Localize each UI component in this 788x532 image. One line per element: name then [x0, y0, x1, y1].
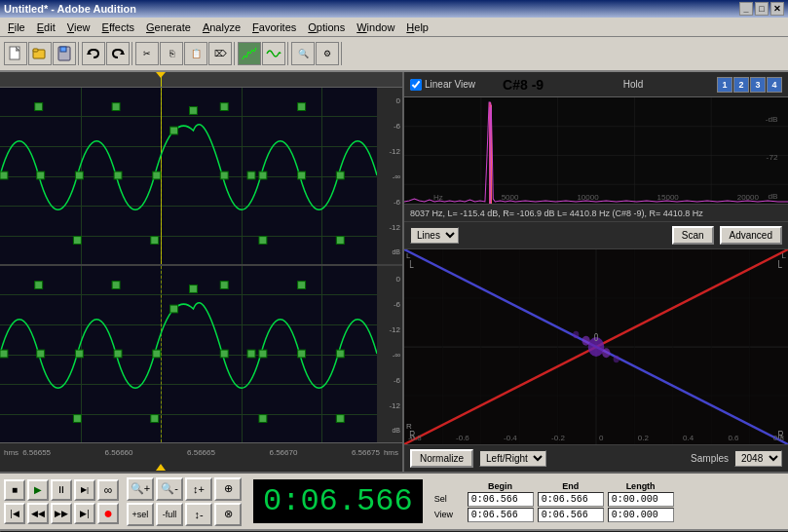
- tb-spectrum[interactable]: [238, 42, 261, 65]
- analyzer-bottom: Normalize Left/Right Mid/Side Samples 20…: [404, 444, 788, 472]
- menu-view[interactable]: View: [61, 19, 96, 36]
- scan-button[interactable]: Scan: [672, 226, 714, 245]
- tb-open[interactable]: [28, 42, 52, 65]
- record-button[interactable]: ●: [97, 503, 119, 524]
- svg-rect-46: [247, 350, 255, 358]
- menu-options[interactable]: Options: [302, 19, 351, 36]
- svg-point-78: [573, 331, 579, 339]
- toolbar-group-2: [80, 42, 132, 65]
- rewind-button[interactable]: ◀◀: [27, 503, 49, 524]
- hold-btn-4[interactable]: 4: [767, 77, 782, 93]
- svg-rect-22: [259, 237, 267, 245]
- close-button[interactable]: ✕: [770, 2, 784, 16]
- svg-rect-4: [60, 47, 66, 52]
- play-button[interactable]: ▶: [27, 479, 49, 501]
- tb-undo[interactable]: [82, 42, 105, 65]
- tb-waveform[interactable]: [262, 42, 285, 65]
- phase-display[interactable]: L L R R 0 -0.8 -0.6 -0.4 -0.2 0 0.2 0.4 …: [404, 249, 788, 444]
- tb-save[interactable]: [53, 42, 76, 65]
- hold-btn-1[interactable]: 1: [717, 77, 732, 93]
- svg-rect-28: [37, 350, 45, 358]
- zoom-reset-button[interactable]: ⊗: [214, 503, 242, 526]
- advanced-button[interactable]: Advanced: [720, 226, 782, 245]
- svg-rect-10: [114, 171, 122, 179]
- zoom-row-1: 🔍+ 🔍- ↕+ ⊕: [127, 477, 242, 501]
- tb-paste[interactable]: 📋: [184, 42, 207, 65]
- zoom-in-sel-button[interactable]: +sel: [127, 503, 154, 526]
- svg-rect-37: [73, 415, 81, 423]
- selection-info: Begin End Length Sel 0:06.566 0:06.566 0…: [434, 481, 784, 522]
- stop-button[interactable]: ■: [4, 479, 25, 501]
- menu-effects[interactable]: Effects: [96, 19, 140, 36]
- tb-new[interactable]: [4, 42, 27, 65]
- hold-label: Hold: [623, 79, 644, 90]
- zoom-in-v-button[interactable]: ↕+: [185, 477, 212, 501]
- selection-headers: Begin End Length: [434, 481, 784, 491]
- maximize-button[interactable]: □: [755, 2, 769, 16]
- menu-file[interactable]: File: [2, 19, 31, 36]
- go-start-button[interactable]: |◀: [4, 503, 25, 524]
- spectrum-display[interactable]: -dB -72 dB Hz 5000 10000 15000 20000: [404, 97, 788, 205]
- timeline-values: 6.56655 6.56660 6.56665 6.56670 6.56675: [22, 448, 380, 457]
- minimize-button[interactable]: _: [739, 2, 753, 16]
- tb-zoom1[interactable]: 🔍: [291, 42, 315, 65]
- go-end-button[interactable]: ▶|: [74, 503, 95, 524]
- analyzer-info: 8037 Hz, L= -115.4 dB, R= -106.9 dB L= 4…: [404, 205, 788, 222]
- pause-button[interactable]: ⏸: [51, 479, 72, 501]
- menu-analyze[interactable]: Analyze: [197, 19, 246, 36]
- tb-redo[interactable]: [106, 42, 130, 65]
- phase-svg: L L R R 0: [404, 249, 788, 444]
- menu-edit[interactable]: Edit: [31, 19, 61, 36]
- menu-generate[interactable]: Generate: [140, 19, 197, 36]
- analyzer-controls: Lines Bars Area Scan Advanced: [404, 222, 788, 249]
- play-to-end-button[interactable]: ▶|: [74, 479, 95, 501]
- tb-copy[interactable]: ⎘: [160, 42, 183, 65]
- linear-view-label[interactable]: Linear View: [410, 79, 475, 91]
- selection-sel-row: Sel 0:06.566 0:06.566 0:00.000: [434, 492, 784, 507]
- sel-begin-value: 0:06.566: [468, 492, 534, 507]
- timeline-hms-right: hms: [384, 448, 398, 457]
- svg-rect-17: [73, 237, 81, 245]
- menu-help[interactable]: Help: [400, 19, 434, 36]
- zoom-in-h-button[interactable]: 🔍+: [127, 477, 154, 501]
- loop-button[interactable]: ∞: [97, 479, 119, 501]
- hold-btn-3[interactable]: 3: [750, 77, 766, 93]
- svg-rect-45: [189, 285, 197, 293]
- zoom-out-h-button[interactable]: 🔍-: [156, 477, 183, 501]
- sel-length-value: 0:00.000: [608, 492, 674, 507]
- svg-rect-21: [220, 103, 228, 111]
- samples-select[interactable]: 2048 1024 4096: [734, 450, 782, 467]
- mode-select[interactable]: Lines Bars Area: [410, 227, 459, 244]
- toolbar-group-3: ✂ ⎘ 📋 ⌦: [133, 42, 235, 65]
- timeline-ruler: [0, 72, 402, 88]
- svg-rect-7: [0, 171, 8, 179]
- zoom-out-full-button[interactable]: -full: [156, 503, 183, 526]
- svg-rect-23: [298, 103, 306, 111]
- svg-rect-29: [75, 350, 83, 358]
- tb-zoom2[interactable]: ⚙: [316, 42, 339, 65]
- leftright-select[interactable]: Left/Right Mid/Side: [479, 450, 546, 467]
- waveform-bottom[interactable]: 0 -6 -12 -∞ -6 -12 dB: [0, 266, 402, 442]
- forward-button[interactable]: ▶▶: [51, 503, 72, 524]
- tb-delete[interactable]: ⌦: [208, 42, 232, 65]
- hold-btn-2[interactable]: 2: [733, 77, 749, 93]
- waveform-top[interactable]: 0 -6 -12 -∞ -6 -12 dB: [0, 88, 402, 266]
- sel-label: Sel: [434, 494, 464, 504]
- svg-rect-18: [112, 103, 120, 111]
- svg-point-76: [582, 336, 589, 346]
- zoom-out-v-button[interactable]: ↕-: [185, 503, 212, 526]
- svg-rect-41: [220, 282, 228, 289]
- normalize-button[interactable]: Normalize: [410, 449, 473, 468]
- zoom-fit-button[interactable]: ⊕: [214, 477, 242, 501]
- svg-rect-16: [35, 103, 43, 111]
- svg-rect-25: [189, 107, 197, 115]
- svg-rect-19: [151, 237, 159, 245]
- menu-window[interactable]: Window: [351, 19, 400, 36]
- menu-favorites[interactable]: Favorites: [246, 19, 302, 36]
- svg-rect-13: [259, 171, 267, 179]
- phase-label-R-left: R: [406, 422, 412, 431]
- linear-view-checkbox[interactable]: [410, 79, 422, 91]
- svg-rect-33: [259, 350, 267, 358]
- tb-cut[interactable]: ✂: [135, 42, 159, 65]
- main-content: 0 -6 -12 -∞ -6 -12 dB: [0, 72, 788, 472]
